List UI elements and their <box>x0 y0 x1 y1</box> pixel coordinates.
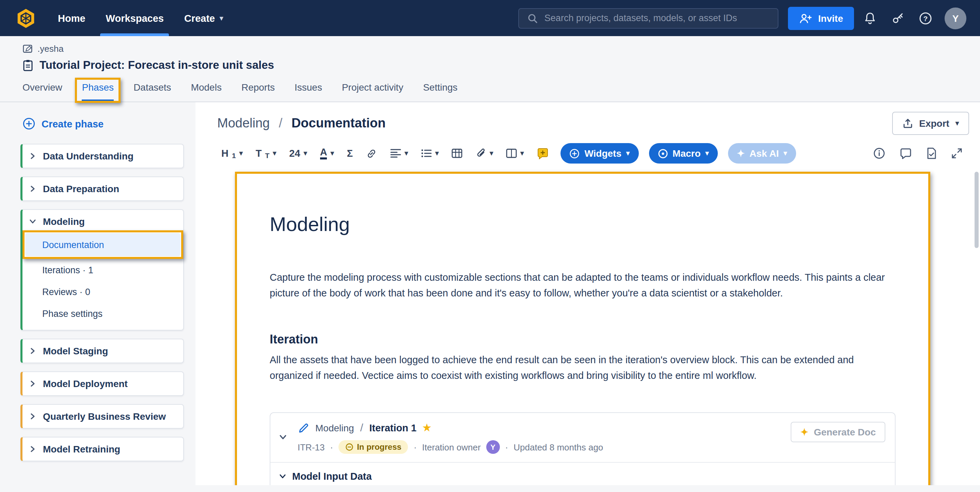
chevron-down-icon: ▾ <box>304 150 307 157</box>
model-input-data-label: Model Input Data <box>292 471 372 482</box>
phase-link-reviews[interactable]: Reviews · 0 <box>22 281 183 303</box>
toolbar-right-icons <box>870 144 969 162</box>
nav-create[interactable]: Create ▾ <box>174 0 233 36</box>
document-scrollbar[interactable] <box>975 172 978 248</box>
phase-link-documentation[interactable]: Documentation <box>25 233 180 256</box>
api-key-button[interactable] <box>885 6 910 30</box>
ask-ai-button[interactable]: ✦ Ask AI ▾ <box>728 143 796 163</box>
phase-toggle-data-understanding[interactable]: Data Understanding <box>22 144 183 168</box>
doc-iteration-paragraph: All the assets that have been logged to … <box>270 352 896 383</box>
phase-label: Modeling <box>43 216 85 227</box>
chevron-down-icon: ▾ <box>956 120 959 127</box>
breadcrumb-parent[interactable]: Modeling <box>217 116 270 130</box>
global-search[interactable] <box>519 8 779 28</box>
text-color-dropdown[interactable]: A ▾ <box>315 144 339 163</box>
doc-review-button[interactable] <box>923 144 940 162</box>
phase-card-quarterly-business-review: Quarterly Business Review <box>21 404 184 429</box>
font-size-dropdown[interactable]: 24 ▾ <box>284 144 312 162</box>
breadcrumb-separator: / <box>279 116 283 130</box>
tab-phases[interactable]: Phases <box>82 82 114 102</box>
tab-reports[interactable]: Reports <box>242 82 275 102</box>
tab-datasets[interactable]: Datasets <box>134 82 171 102</box>
chevron-right-icon <box>29 348 36 355</box>
tab-project-activity[interactable]: Project activity <box>342 82 404 102</box>
link-button[interactable] <box>360 144 383 163</box>
iteration-owner-label: Iteration owner <box>422 442 481 452</box>
chevron-down-icon: ▾ <box>784 150 787 157</box>
phase-toggle-model-retraining[interactable]: Model Retraining <box>22 438 183 461</box>
create-phase-button[interactable]: Create phase <box>22 117 196 130</box>
search-input[interactable] <box>544 13 770 23</box>
status-label: In progress <box>357 442 401 452</box>
fullscreen-button[interactable] <box>949 145 965 161</box>
starred-icon[interactable]: ★ <box>422 422 432 433</box>
heading-style-dropdown[interactable]: H1 ▾ <box>216 144 248 162</box>
chevron-right-icon <box>29 380 36 387</box>
nav-home[interactable]: Home <box>48 0 96 36</box>
formula-button[interactable]: Σ <box>342 144 358 162</box>
doc-title: Modeling <box>270 213 896 236</box>
macro-label: Macro <box>673 148 700 159</box>
iteration-updated: Updated 8 months ago <box>514 442 603 452</box>
doc-intro-paragraph: Capture the modeling process with custom… <box>270 270 896 301</box>
add-comment-button[interactable] <box>531 144 554 163</box>
comments-button[interactable] <box>897 145 915 162</box>
iteration-pen-icon <box>298 422 310 434</box>
font-family-label: T <box>256 148 262 159</box>
widgets-button[interactable]: Widgets ▾ <box>560 143 638 163</box>
dot-separator: · <box>414 442 417 452</box>
phase-link-phase-settings[interactable]: Phase settings <box>22 303 183 324</box>
attachment-dropdown[interactable]: ▾ <box>470 144 498 163</box>
iteration-separator: / <box>360 422 363 434</box>
phase-toggle-model-deployment[interactable]: Model Deployment <box>22 372 183 395</box>
user-avatar[interactable]: Y <box>945 7 966 29</box>
generate-doc-button[interactable]: ✦ Generate Doc <box>791 422 885 442</box>
page-title: Tutorial Project: Forecast in-store unit… <box>40 59 274 72</box>
vectice-logo-icon[interactable] <box>15 7 37 29</box>
model-input-data-toggle[interactable]: Model Input Data <box>279 463 885 485</box>
search-icon <box>527 13 538 24</box>
help-button[interactable]: ? <box>913 6 938 30</box>
tab-settings[interactable]: Settings <box>423 82 457 102</box>
iteration-name[interactable]: Iteration 1 <box>369 422 417 433</box>
tab-issues[interactable]: Issues <box>294 82 322 102</box>
phase-toggle-model-staging[interactable]: Model Staging <box>22 339 183 363</box>
owner-avatar[interactable]: Y <box>486 440 500 454</box>
plus-circle-icon <box>22 117 35 130</box>
tab-overview[interactable]: Overview <box>22 82 62 102</box>
bell-icon <box>863 11 876 24</box>
iteration-phase-link[interactable]: Modeling <box>315 422 354 433</box>
tab-models[interactable]: Models <box>191 82 222 102</box>
invite-button[interactable]: Invite <box>788 6 854 30</box>
phase-toggle-quarterly-business-review[interactable]: Quarterly Business Review <box>22 405 183 428</box>
person-add-icon <box>799 13 812 24</box>
workspace-row[interactable]: .yesha <box>22 44 980 54</box>
bullet-list-icon <box>421 149 432 158</box>
phase-toggle-modeling[interactable]: Modeling <box>22 210 183 233</box>
font-family-sub: T <box>265 151 269 160</box>
nav-workspaces[interactable]: Workspaces <box>96 0 174 36</box>
phase-sidebar: Create phase Data Understanding Data Pre… <box>0 102 196 485</box>
table-button[interactable] <box>446 144 468 162</box>
list-dropdown[interactable]: ▾ <box>415 145 444 161</box>
chevron-down-icon: ▾ <box>490 150 493 157</box>
status-badge[interactable]: In progress <box>339 440 408 454</box>
export-button[interactable]: Export ▾ <box>892 112 969 135</box>
notifications-button[interactable] <box>858 6 882 30</box>
document-editor[interactable]: Modeling Capture the modeling process wi… <box>237 174 928 485</box>
nav-workspaces-label: Workspaces <box>106 13 164 24</box>
iteration-collapse-toggle[interactable] <box>279 433 287 441</box>
font-family-dropdown[interactable]: TT ▾ <box>250 144 282 162</box>
align-left-icon <box>390 149 401 158</box>
phase-main-panel: Modeling / Documentation Export ▾ H1 ▾ T… <box>196 102 980 485</box>
info-button[interactable] <box>870 144 888 162</box>
sparkle-icon: ✦ <box>800 427 808 437</box>
macro-button[interactable]: Macro ▾ <box>649 143 718 163</box>
chevron-right-icon <box>29 153 36 160</box>
phase-toggle-data-preparation[interactable]: Data Preparation <box>22 177 183 200</box>
phase-link-iterations[interactable]: Iterations · 1 <box>22 259 183 281</box>
phase-label: Data Understanding <box>43 150 134 161</box>
align-dropdown[interactable]: ▾ <box>385 145 414 161</box>
link-icon <box>366 147 377 159</box>
layout-columns-dropdown[interactable]: ▾ <box>501 144 529 162</box>
